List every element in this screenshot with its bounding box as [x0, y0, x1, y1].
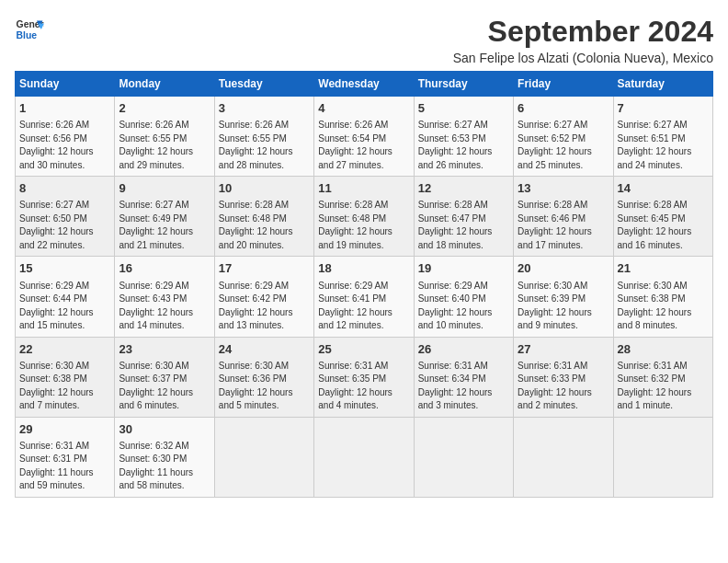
- day-info: Sunrise: 6:27 AMSunset: 6:53 PMDaylight:…: [418, 119, 509, 172]
- calendar-table: SundayMondayTuesdayWednesdayThursdayFrid…: [15, 71, 713, 498]
- day-info: Sunrise: 6:30 AMSunset: 6:38 PMDaylight:…: [19, 360, 110, 413]
- calendar-cell: 19Sunrise: 6:29 AMSunset: 6:40 PMDayligh…: [414, 257, 513, 337]
- day-number: 22: [19, 341, 110, 358]
- svg-text:Blue: Blue: [17, 30, 38, 40]
- day-number: 5: [418, 100, 509, 117]
- day-number: 19: [418, 260, 509, 277]
- day-info: Sunrise: 6:27 AMSunset: 6:50 PMDaylight:…: [19, 199, 110, 252]
- calendar-cell: 14Sunrise: 6:28 AMSunset: 6:45 PMDayligh…: [613, 177, 712, 257]
- day-number: 13: [518, 180, 609, 197]
- calendar-week-row: 8Sunrise: 6:27 AMSunset: 6:50 PMDaylight…: [16, 177, 713, 257]
- logo: General Blue: [15, 15, 44, 44]
- calendar-cell: 28Sunrise: 6:31 AMSunset: 6:32 PMDayligh…: [613, 337, 712, 417]
- day-number: 23: [119, 341, 210, 358]
- calendar-cell: 10Sunrise: 6:28 AMSunset: 6:48 PMDayligh…: [214, 177, 313, 257]
- day-number: 4: [318, 100, 409, 117]
- calendar-cell: [214, 417, 313, 497]
- day-info: Sunrise: 6:30 AMSunset: 6:36 PMDaylight:…: [219, 360, 310, 413]
- day-info: Sunrise: 6:27 AMSunset: 6:51 PMDaylight:…: [618, 119, 709, 172]
- day-number: 8: [19, 180, 110, 197]
- day-number: 10: [219, 180, 310, 197]
- calendar-cell: 30Sunrise: 6:32 AMSunset: 6:30 PMDayligh…: [115, 417, 214, 497]
- day-info: Sunrise: 6:28 AMSunset: 6:46 PMDaylight:…: [518, 199, 609, 252]
- calendar-body: 1Sunrise: 6:26 AMSunset: 6:56 PMDaylight…: [16, 97, 713, 498]
- day-number: 26: [418, 341, 509, 358]
- day-number: 14: [618, 180, 709, 197]
- calendar-cell: 7Sunrise: 6:27 AMSunset: 6:51 PMDaylight…: [613, 97, 712, 177]
- logo-icon: General Blue: [15, 15, 44, 44]
- calendar-cell: 17Sunrise: 6:29 AMSunset: 6:42 PMDayligh…: [214, 257, 313, 337]
- calendar-cell: 5Sunrise: 6:27 AMSunset: 6:53 PMDaylight…: [414, 97, 513, 177]
- day-info: Sunrise: 6:31 AMSunset: 6:35 PMDaylight:…: [318, 360, 409, 413]
- day-info: Sunrise: 6:31 AMSunset: 6:32 PMDaylight:…: [618, 360, 709, 413]
- weekday-header-cell: Thursday: [414, 72, 513, 97]
- calendar-cell: 15Sunrise: 6:29 AMSunset: 6:44 PMDayligh…: [16, 257, 115, 337]
- day-number: 20: [518, 260, 609, 277]
- calendar-cell: 12Sunrise: 6:28 AMSunset: 6:47 PMDayligh…: [414, 177, 513, 257]
- month-year-title: September 2024: [453, 15, 713, 49]
- weekday-header-cell: Wednesday: [314, 72, 414, 97]
- day-info: Sunrise: 6:26 AMSunset: 6:56 PMDaylight:…: [19, 119, 110, 172]
- day-info: Sunrise: 6:27 AMSunset: 6:52 PMDaylight:…: [518, 119, 609, 172]
- day-number: 25: [318, 341, 409, 358]
- day-info: Sunrise: 6:32 AMSunset: 6:30 PMDaylight:…: [119, 440, 210, 493]
- day-info: Sunrise: 6:26 AMSunset: 6:54 PMDaylight:…: [318, 119, 409, 172]
- weekday-header-cell: Friday: [514, 72, 613, 97]
- calendar-week-row: 29Sunrise: 6:31 AMSunset: 6:31 PMDayligh…: [16, 417, 713, 497]
- page-header: General Blue September 2024 San Felipe l…: [15, 15, 713, 65]
- day-info: Sunrise: 6:27 AMSunset: 6:49 PMDaylight:…: [119, 199, 210, 252]
- day-number: 24: [219, 341, 310, 358]
- day-number: 3: [219, 100, 310, 117]
- day-number: 17: [219, 260, 310, 277]
- calendar-week-row: 22Sunrise: 6:30 AMSunset: 6:38 PMDayligh…: [16, 337, 713, 417]
- calendar-cell: [414, 417, 513, 497]
- calendar-cell: 24Sunrise: 6:30 AMSunset: 6:36 PMDayligh…: [214, 337, 313, 417]
- calendar-cell: [314, 417, 414, 497]
- calendar-cell: 29Sunrise: 6:31 AMSunset: 6:31 PMDayligh…: [16, 417, 115, 497]
- day-number: 27: [518, 341, 609, 358]
- day-number: 9: [119, 180, 210, 197]
- weekday-header-cell: Tuesday: [214, 72, 313, 97]
- day-info: Sunrise: 6:31 AMSunset: 6:34 PMDaylight:…: [418, 360, 509, 413]
- day-number: 11: [318, 180, 409, 197]
- day-info: Sunrise: 6:30 AMSunset: 6:39 PMDaylight:…: [518, 280, 609, 333]
- calendar-week-row: 15Sunrise: 6:29 AMSunset: 6:44 PMDayligh…: [16, 257, 713, 337]
- calendar-cell: 4Sunrise: 6:26 AMSunset: 6:54 PMDaylight…: [314, 97, 414, 177]
- day-number: 15: [19, 260, 110, 277]
- day-number: 1: [19, 100, 110, 117]
- calendar-cell: 27Sunrise: 6:31 AMSunset: 6:33 PMDayligh…: [514, 337, 613, 417]
- calendar-cell: 26Sunrise: 6:31 AMSunset: 6:34 PMDayligh…: [414, 337, 513, 417]
- calendar-week-row: 1Sunrise: 6:26 AMSunset: 6:56 PMDaylight…: [16, 97, 713, 177]
- day-number: 29: [19, 421, 110, 438]
- day-info: Sunrise: 6:29 AMSunset: 6:42 PMDaylight:…: [219, 280, 310, 333]
- calendar-cell: 22Sunrise: 6:30 AMSunset: 6:38 PMDayligh…: [16, 337, 115, 417]
- day-info: Sunrise: 6:31 AMSunset: 6:33 PMDaylight:…: [518, 360, 609, 413]
- calendar-cell: 1Sunrise: 6:26 AMSunset: 6:56 PMDaylight…: [16, 97, 115, 177]
- calendar-cell: 3Sunrise: 6:26 AMSunset: 6:55 PMDaylight…: [214, 97, 313, 177]
- day-number: 28: [618, 341, 709, 358]
- day-info: Sunrise: 6:31 AMSunset: 6:31 PMDaylight:…: [19, 440, 110, 493]
- day-info: Sunrise: 6:28 AMSunset: 6:45 PMDaylight:…: [618, 199, 709, 252]
- day-number: 7: [618, 100, 709, 117]
- calendar-cell: [613, 417, 712, 497]
- day-info: Sunrise: 6:26 AMSunset: 6:55 PMDaylight:…: [119, 119, 210, 172]
- day-info: Sunrise: 6:30 AMSunset: 6:38 PMDaylight:…: [618, 280, 709, 333]
- calendar-cell: 13Sunrise: 6:28 AMSunset: 6:46 PMDayligh…: [514, 177, 613, 257]
- calendar-cell: 18Sunrise: 6:29 AMSunset: 6:41 PMDayligh…: [314, 257, 414, 337]
- weekday-header-cell: Sunday: [16, 72, 115, 97]
- day-info: Sunrise: 6:29 AMSunset: 6:43 PMDaylight:…: [119, 280, 210, 333]
- weekday-header-cell: Saturday: [613, 72, 712, 97]
- day-info: Sunrise: 6:29 AMSunset: 6:40 PMDaylight:…: [418, 280, 509, 333]
- day-info: Sunrise: 6:28 AMSunset: 6:48 PMDaylight:…: [318, 199, 409, 252]
- day-info: Sunrise: 6:30 AMSunset: 6:37 PMDaylight:…: [119, 360, 210, 413]
- calendar-cell: 21Sunrise: 6:30 AMSunset: 6:38 PMDayligh…: [613, 257, 712, 337]
- day-number: 2: [119, 100, 210, 117]
- calendar-cell: 23Sunrise: 6:30 AMSunset: 6:37 PMDayligh…: [115, 337, 214, 417]
- calendar-cell: 6Sunrise: 6:27 AMSunset: 6:52 PMDaylight…: [514, 97, 613, 177]
- calendar-cell: [514, 417, 613, 497]
- day-number: 6: [518, 100, 609, 117]
- day-info: Sunrise: 6:29 AMSunset: 6:44 PMDaylight:…: [19, 280, 110, 333]
- day-number: 12: [418, 180, 509, 197]
- calendar-cell: 11Sunrise: 6:28 AMSunset: 6:48 PMDayligh…: [314, 177, 414, 257]
- day-info: Sunrise: 6:26 AMSunset: 6:55 PMDaylight:…: [219, 119, 310, 172]
